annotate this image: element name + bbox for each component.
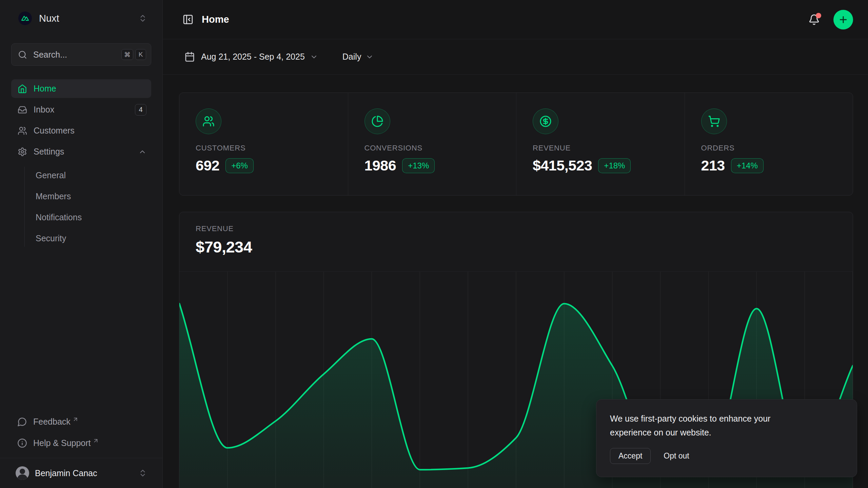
panel-left-close-icon[interactable] xyxy=(182,14,194,25)
cookie-message: We use first-party cookies to enhance yo… xyxy=(610,412,802,439)
stat-delta-badge: +14% xyxy=(731,158,764,173)
sidebar-item-inbox[interactable]: Inbox 4 xyxy=(11,100,151,119)
date-range-picker[interactable]: Aug 21, 2025 - Sep 4, 2025 xyxy=(184,52,318,62)
kbd-k: K xyxy=(135,49,146,60)
notifications-button[interactable] xyxy=(808,14,820,25)
plus-icon xyxy=(838,15,848,25)
brand-name: Nuxt xyxy=(39,13,59,24)
avatar xyxy=(16,466,29,480)
stat-delta-badge: +18% xyxy=(598,158,631,173)
revenue-chart-header: REVENUE $79,234 xyxy=(179,212,853,272)
sidebar-nav: Home Inbox 4 Customers Settings Gener xyxy=(11,79,151,247)
sidebar-item-home[interactable]: Home xyxy=(11,79,151,98)
create-button[interactable] xyxy=(833,10,853,29)
granularity-select[interactable]: Daily xyxy=(342,52,374,62)
settings-subnav: General Members Notifications Security xyxy=(24,167,151,247)
stat-card-revenue[interactable]: REVENUE $415,523 +18% xyxy=(516,93,685,195)
page-title: Home xyxy=(202,14,229,25)
user-menu[interactable]: Benjamin Canac xyxy=(11,463,151,483)
date-range-value: Aug 21, 2025 - Sep 4, 2025 xyxy=(201,52,305,62)
stat-label: CONVERSIONS xyxy=(364,144,500,152)
stat-label: REVENUE xyxy=(533,144,668,152)
stat-value: 213 xyxy=(701,157,725,174)
stat-label: CUSTOMERS xyxy=(196,144,332,152)
user-name: Benjamin Canac xyxy=(35,468,97,478)
revenue-chart-value: $79,234 xyxy=(196,238,836,256)
sidebar-item-notifications[interactable]: Notifications xyxy=(36,209,151,226)
stat-value: 1986 xyxy=(364,157,396,174)
nuxt-logo-icon xyxy=(18,12,32,25)
circle-dollar-icon xyxy=(533,108,558,134)
granularity-value: Daily xyxy=(342,52,361,62)
arrow-up-right-icon xyxy=(72,416,79,423)
info-circle-icon xyxy=(16,438,28,448)
inbox-icon xyxy=(16,105,29,115)
sidebar-item-label: Inbox xyxy=(34,105,54,115)
stat-delta-badge: +6% xyxy=(225,158,254,173)
sidebar-item-customers[interactable]: Customers xyxy=(11,121,151,140)
users-icon xyxy=(196,108,221,134)
feedback-label: Feedback xyxy=(33,417,71,427)
search-input-wrap[interactable]: ⌘ K xyxy=(11,43,151,66)
subnav-label: Notifications xyxy=(36,212,82,222)
message-bubble-icon xyxy=(16,417,28,427)
pie-chart-icon xyxy=(364,108,390,134)
revenue-chart-label: REVENUE xyxy=(196,224,836,233)
arrow-up-right-icon xyxy=(93,438,99,444)
search-kbd-hint: ⌘ K xyxy=(121,49,146,60)
sidebar-item-security[interactable]: Security xyxy=(36,230,151,247)
sidebar-item-settings[interactable]: Settings xyxy=(11,142,151,161)
subnav-label: Members xyxy=(36,191,71,201)
opt-out-button[interactable]: Opt out xyxy=(662,448,690,464)
stat-card-customers[interactable]: CUSTOMERS 692 +6% xyxy=(179,93,348,195)
shopping-cart-icon xyxy=(701,108,727,134)
users-icon xyxy=(16,126,29,136)
search-input[interactable] xyxy=(33,49,118,60)
chevron-down-icon xyxy=(366,53,374,61)
chevrons-up-down-icon xyxy=(138,14,147,23)
stat-value: 692 xyxy=(196,157,219,174)
house-icon xyxy=(16,84,29,94)
kbd-cmd: ⌘ xyxy=(121,49,133,60)
stat-value: $415,523 xyxy=(533,157,592,174)
accept-button[interactable]: Accept xyxy=(610,448,651,464)
search-icon xyxy=(18,50,27,59)
help-support-link[interactable]: Help & Support xyxy=(11,434,151,452)
workspace-switcher[interactable]: Nuxt xyxy=(11,9,151,28)
sidebar-item-label: Customers xyxy=(34,126,75,136)
inbox-count-badge: 4 xyxy=(135,104,146,116)
stat-delta-badge: +13% xyxy=(402,158,435,173)
page-header: Home xyxy=(163,0,868,39)
sidebar-item-general[interactable]: General xyxy=(36,167,151,184)
stat-label: ORDERS xyxy=(701,144,837,152)
stats-row: CUSTOMERS 692 +6% CONVERSIONS 1986 +13% … xyxy=(179,93,853,196)
chevron-up-icon xyxy=(138,148,146,156)
feedback-link[interactable]: Feedback xyxy=(11,413,151,430)
filters-toolbar: Aug 21, 2025 - Sep 4, 2025 Daily xyxy=(163,39,868,75)
sidebar-item-members[interactable]: Members xyxy=(36,188,151,205)
help-support-label: Help & Support xyxy=(33,438,91,448)
dashboard-page: { "app": { "brand": "Nuxt" }, "colors": … xyxy=(0,0,868,488)
sidebar: Nuxt ⌘ K Home Inbox 4 xyxy=(0,0,163,488)
sidebar-item-label: Home xyxy=(34,84,56,94)
sidebar-item-label: Settings xyxy=(34,147,64,157)
sidebar-footer: Feedback Help & Support Benjamin Canac xyxy=(0,413,162,488)
stat-card-conversions[interactable]: CONVERSIONS 1986 +13% xyxy=(348,93,516,195)
notification-dot xyxy=(816,13,821,18)
chevron-down-icon xyxy=(310,53,318,61)
cookie-banner: We use first-party cookies to enhance yo… xyxy=(596,399,857,477)
subnav-label: General xyxy=(36,170,66,180)
subnav-label: Security xyxy=(36,233,66,243)
calendar-icon xyxy=(184,52,195,62)
gear-icon xyxy=(16,147,29,157)
chevrons-up-down-icon xyxy=(138,469,147,477)
stat-card-orders[interactable]: ORDERS 213 +14% xyxy=(685,93,853,195)
